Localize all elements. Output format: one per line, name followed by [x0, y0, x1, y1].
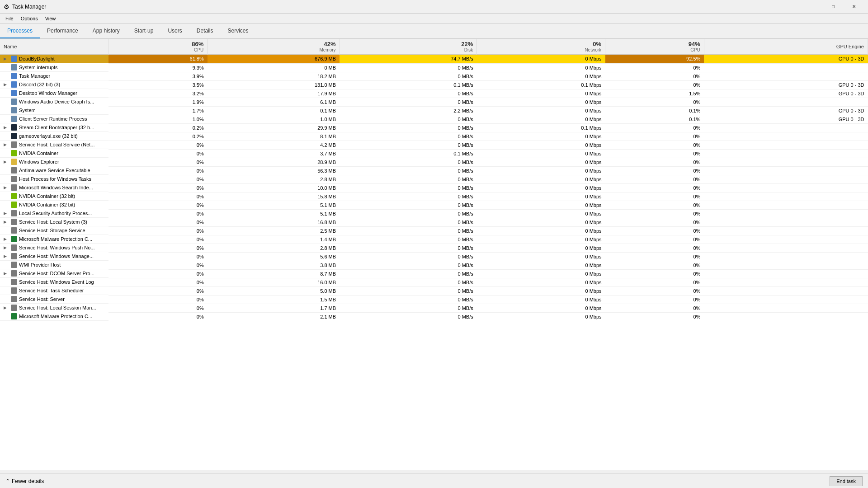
table-row[interactable]: Microsoft Malware Protection C... 0% 2.1… [0, 312, 868, 321]
process-name-cell[interactable]: Task Manager [0, 72, 108, 80]
table-row[interactable]: System 1.7% 0.1 MB 2.2 MB/s 0 Mbps 0.1% … [0, 106, 868, 115]
col-gpu-engine[interactable]: GPU Engine [704, 39, 868, 55]
menu-item-view[interactable]: View [42, 14, 60, 23]
table-row[interactable]: ▶ Local Security Authority Proces... 0% … [0, 209, 868, 218]
tab-app-history[interactable]: App history [85, 24, 127, 38]
process-name-cell[interactable]: ▶ Discord (32 bit) (3) [0, 80, 108, 89]
process-name-cell[interactable]: ▶ Local Security Authority Proces... [0, 209, 108, 218]
process-name-cell[interactable]: ▶ Microsoft Malware Protection C... [0, 235, 108, 244]
end-task-button[interactable]: End task [830, 476, 863, 486]
tab-processes[interactable]: Processes [0, 24, 40, 38]
table-row[interactable]: Desktop Window Manager 3.2% 17.9 MB 0 MB… [0, 89, 868, 98]
process-name-cell[interactable]: Microsoft Malware Protection C... [0, 312, 108, 321]
table-row[interactable]: gameoverlayui.exe (32 bit) 0.2% 8.1 MB 0… [0, 132, 868, 141]
tab-performance[interactable]: Performance [40, 24, 85, 38]
process-name-cell[interactable]: Client Server Runtime Process [0, 115, 108, 123]
table-row[interactable]: ▶ Discord (32 bit) (3) 3.5% 131.0 MB 0.1… [0, 80, 868, 89]
expand-arrow[interactable]: ▶ [4, 237, 9, 241]
process-table-container[interactable]: Name 86% CPU 42% Memory 22% Disk 0% Netw… [0, 39, 868, 470]
close-button[interactable]: ✕ [844, 0, 864, 14]
expand-arrow[interactable]: ▶ [4, 185, 9, 190]
process-name-cell[interactable]: NVIDIA Container (32 bit) [0, 201, 108, 209]
table-row[interactable]: Service Host: Windows Event Log 0% 16.0 … [0, 278, 868, 286]
expand-arrow[interactable]: ▶ [4, 56, 9, 61]
process-name-cell[interactable]: Service Host: Storage Service [0, 226, 108, 235]
process-name-cell[interactable]: ▶ Steam Client Bootstrapper (32 b... [0, 123, 108, 132]
expand-arrow[interactable]: ▶ [4, 271, 9, 276]
expand-arrow[interactable]: ▶ [4, 245, 9, 250]
expand-arrow[interactable]: ▶ [4, 254, 9, 258]
expand-arrow[interactable]: ▶ [4, 160, 9, 164]
process-name-cell[interactable]: NVIDIA Container (32 bit) [0, 192, 108, 201]
table-row[interactable]: Service Host: Storage Service 0% 2.5 MB … [0, 226, 868, 235]
process-name-cell[interactable]: ▶ Windows Explorer [0, 158, 108, 166]
col-gpu[interactable]: 94% GPU [605, 39, 704, 55]
table-row[interactable]: ▶ Steam Client Bootstrapper (32 b... 0.2… [0, 123, 868, 132]
table-row[interactable]: NVIDIA Container (32 bit) 0% 15.8 MB 0 M… [0, 192, 868, 201]
tab-details[interactable]: Details [189, 24, 221, 38]
tab-services[interactable]: Services [220, 24, 255, 38]
tab-users[interactable]: Users [160, 24, 189, 38]
col-network[interactable]: 0% Network [477, 39, 605, 55]
table-row[interactable]: Windows Audio Device Graph Is... 1.9% 6.… [0, 98, 868, 106]
col-disk[interactable]: 22% Disk [340, 39, 477, 55]
process-name-cell[interactable]: gameoverlayui.exe (32 bit) [0, 132, 108, 141]
maximize-button[interactable]: □ [823, 0, 844, 14]
process-name-cell[interactable]: Service Host: Server [0, 295, 108, 304]
table-row[interactable]: Service Host: Task Scheduler 0% 5.0 MB 0… [0, 286, 868, 295]
tab-start-up[interactable]: Start-up [127, 24, 161, 38]
table-row[interactable]: Task Manager 3.9% 18.2 MB 0 MB/s 0 Mbps … [0, 72, 868, 80]
table-row[interactable]: Antimalware Service Executable 0% 56.3 M… [0, 166, 868, 175]
expand-arrow[interactable]: ▶ [4, 125, 9, 130]
col-memory[interactable]: 42% Memory [208, 39, 340, 55]
process-name-cell[interactable]: ▶ Service Host: Windows Manage... [0, 252, 108, 261]
process-name-cell[interactable]: ▶ Service Host: Local Session Man... [0, 304, 108, 312]
process-name-cell[interactable]: Windows Audio Device Graph Is... [0, 98, 108, 106]
process-name-cell[interactable]: ▶ Microsoft Windows Search Inde... [0, 183, 108, 192]
table-row[interactable]: ▶ Service Host: Local System (3) 0% 16.8… [0, 218, 868, 226]
fewer-details-button[interactable]: ⌃ Fewer details [5, 478, 44, 484]
table-row[interactable]: WMI Provider Host 0% 3.8 MB 0 MB/s 0 Mbp… [0, 261, 868, 269]
table-row[interactable]: ▶ Service Host: Local Service (Net... 0%… [0, 141, 868, 149]
table-row[interactable]: NVIDIA Container (32 bit) 0% 5.1 MB 0 MB… [0, 201, 868, 209]
table-row[interactable]: NVIDIA Container 0% 3.7 MB 0.1 MB/s 0 Mb… [0, 149, 868, 158]
minimize-button[interactable]: — [802, 0, 823, 14]
process-name-cell[interactable]: Service Host: Task Scheduler [0, 286, 108, 295]
table-row[interactable]: ▶ Windows Explorer 0% 28.9 MB 0 MB/s 0 M… [0, 158, 868, 166]
process-name-cell[interactable]: WMI Provider Host [0, 261, 108, 269]
menu-item-options[interactable]: Options [17, 14, 42, 23]
process-memory: 2.1 MB [208, 312, 340, 321]
expand-arrow[interactable]: ▶ [4, 142, 9, 147]
expand-arrow[interactable]: ▶ [4, 82, 9, 87]
process-name-cell[interactable]: Desktop Window Manager [0, 89, 108, 98]
table-row[interactable]: Host Process for Windows Tasks 0% 2.8 MB… [0, 175, 868, 183]
table-row[interactable]: System interrupts 9.3% 0 MB 0 MB/s 0 Mbp… [0, 63, 868, 72]
process-name-cell[interactable]: ▶ Service Host: Local Service (Net... [0, 141, 108, 149]
table-row[interactable]: ▶ Service Host: DCOM Server Pro... 0% 8.… [0, 269, 868, 278]
process-name-cell[interactable]: ▶ Service Host: Local System (3) [0, 218, 108, 226]
table-row[interactable]: Client Server Runtime Process 1.0% 1.0 M… [0, 115, 868, 123]
process-name-cell[interactable]: ▶ Service Host: DCOM Server Pro... [0, 269, 108, 278]
table-row[interactable]: ▶ Microsoft Malware Protection C... 0% 1… [0, 235, 868, 244]
table-row[interactable]: Service Host: Server 0% 1.5 MB 0 MB/s 0 … [0, 295, 868, 304]
expand-arrow[interactable]: ▶ [4, 211, 9, 216]
process-name-cell[interactable]: NVIDIA Container [0, 149, 108, 158]
process-name-cell[interactable]: Service Host: Windows Event Log [0, 278, 108, 286]
table-row[interactable]: ▶ Service Host: Windows Manage... 0% 5.6… [0, 252, 868, 261]
col-cpu[interactable]: 86% CPU [108, 39, 208, 55]
expand-arrow[interactable]: ▶ [4, 305, 9, 310]
process-icon [11, 141, 17, 148]
process-name-cell[interactable]: System interrupts [0, 63, 108, 72]
process-name-cell[interactable]: ▶ DeadByDaylight [0, 55, 108, 63]
process-name-cell[interactable]: ▶ Service Host: Windows Push No... [0, 244, 108, 252]
process-name-cell[interactable]: System [0, 106, 108, 115]
table-row[interactable]: ▶ Microsoft Windows Search Inde... 0% 10… [0, 183, 868, 192]
process-name-cell[interactable]: Antimalware Service Executable [0, 166, 108, 175]
table-row[interactable]: ▶ DeadByDaylight 61.8% 676.9 MB 74.7 MB/… [0, 55, 868, 64]
table-row[interactable]: ▶ Service Host: Local Session Man... 0% … [0, 304, 868, 312]
process-name-cell[interactable]: Host Process for Windows Tasks [0, 175, 108, 183]
table-row[interactable]: ▶ Service Host: Windows Push No... 0% 2.… [0, 244, 868, 252]
col-name[interactable]: Name [0, 39, 108, 55]
expand-arrow[interactable]: ▶ [4, 220, 9, 224]
menu-item-file[interactable]: File [2, 14, 17, 23]
